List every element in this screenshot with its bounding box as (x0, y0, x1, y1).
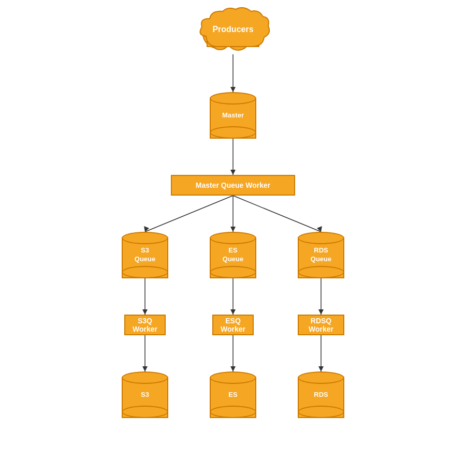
producers-node: .cloud-fill{fill:#f5a623;stroke:#cc7a00;… (192, 5, 274, 52)
svg-text:Producers: Producers (212, 25, 253, 34)
svg-marker-21 (318, 366, 324, 371)
svg-line-8 (233, 196, 321, 232)
svg-line-4 (145, 196, 233, 232)
esq-worker-label: ESQWorker (221, 317, 245, 333)
master-queue-worker-label: Master Queue Worker (196, 181, 270, 189)
es-node: ES (210, 371, 256, 418)
rdsq-worker-node: RDSQWorker (298, 315, 344, 335)
svg-marker-1 (230, 87, 236, 92)
s3-label: S3 (124, 391, 166, 399)
rds-node: RDS (298, 371, 344, 418)
svg-marker-19 (230, 366, 236, 371)
architecture-diagram: .cloud-fill{fill:#f5a623;stroke:#cc7a00;… (0, 0, 466, 476)
rds-queue-node: RDSQueue (298, 232, 344, 278)
s3q-worker-label: S3QWorker (133, 317, 157, 333)
esq-worker-node: ESQWorker (212, 315, 254, 335)
svg-marker-5 (144, 226, 149, 232)
s3-queue-label: S3Queue (124, 246, 166, 264)
es-queue-node: ESQueue (210, 232, 256, 278)
master-queue-node: Master (210, 92, 256, 139)
svg-marker-7 (230, 227, 236, 232)
svg-marker-15 (318, 309, 324, 315)
rdsq-worker-label: RDSQWorker (309, 317, 333, 333)
s3-queue-node: S3Queue (122, 232, 168, 278)
svg-marker-13 (230, 309, 236, 315)
s3-node: S3 (122, 371, 168, 418)
rds-label: RDS (300, 391, 342, 399)
svg-marker-11 (142, 309, 148, 315)
svg-marker-17 (142, 366, 148, 371)
master-queue-worker-node: Master Queue Worker (171, 175, 295, 196)
es-queue-label: ESQueue (212, 246, 254, 264)
master-queue-label1: Master (212, 111, 254, 120)
s3q-worker-node: S3QWorker (124, 315, 166, 335)
svg-marker-3 (230, 170, 236, 175)
es-label: ES (212, 391, 254, 399)
rds-queue-label: RDSQueue (300, 246, 342, 264)
svg-marker-9 (317, 226, 322, 232)
